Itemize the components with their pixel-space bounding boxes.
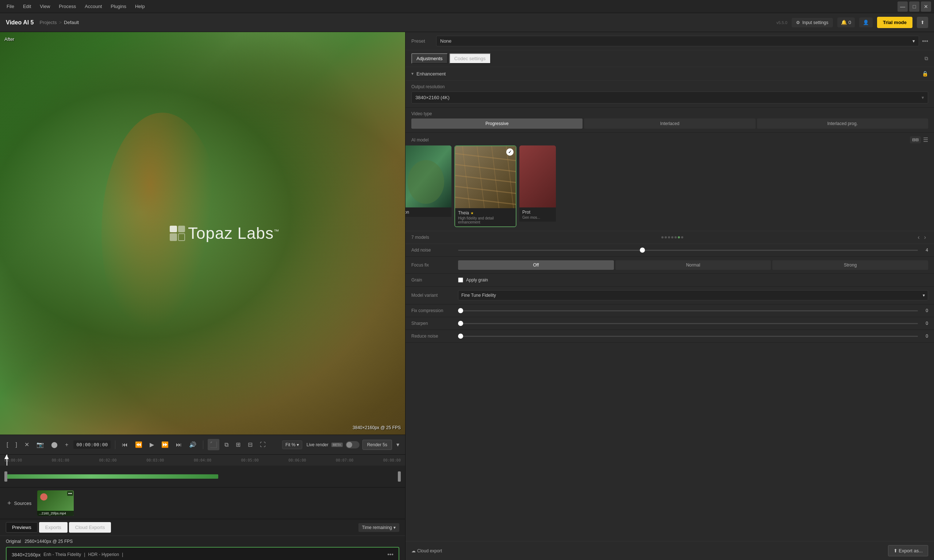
source-thumbnail[interactable]: ...2160_25fps.mp4 ••• <box>37 490 74 516</box>
model-dot-7[interactable] <box>681 236 683 238</box>
apply-grain-checkbox[interactable] <box>458 277 463 283</box>
model-dot-5[interactable] <box>675 236 677 238</box>
menubar-help[interactable]: Help <box>131 2 148 11</box>
step-forward-button[interactable]: ⏩ <box>159 439 171 450</box>
fullscreen-button[interactable]: ⛶ <box>258 439 268 450</box>
tab-exports[interactable]: Exports <box>39 522 68 533</box>
add-noise-slider[interactable] <box>458 250 918 251</box>
model-card-theia[interactable]: ✓ Theia ★ High fidelity and detail enhan… <box>454 145 516 227</box>
video-preview[interactable]: Topaz Labs™ After 3840×2160px @ 25 FPS <box>0 32 405 435</box>
model-dot-6[interactable] <box>678 236 680 238</box>
play-head-button[interactable]: ⬤ <box>49 439 60 450</box>
breadcrumb-projects[interactable]: Projects <box>39 20 57 25</box>
render-button[interactable]: Render 5s <box>363 440 392 450</box>
close-button[interactable]: ✕ <box>921 2 931 12</box>
reduce-noise-slider[interactable] <box>458 336 918 337</box>
tab-cloud-exports[interactable]: Cloud Exports <box>69 522 111 533</box>
timeline-mark-6: 00:06:00 <box>288 458 306 462</box>
model-card-prot[interactable]: Prot Gen mos... <box>519 145 556 227</box>
model-desc-theia: High fidelity and detail enhancement <box>458 216 513 224</box>
fix-compression-slider[interactable] <box>458 310 918 311</box>
ai-model-header: AI model ⊟⊟ ☰ <box>406 133 934 145</box>
add-button[interactable]: + <box>63 439 71 450</box>
remove-button[interactable]: ✕ <box>22 439 31 450</box>
preset-select[interactable]: None ▾ <box>436 36 919 46</box>
model-card-ion[interactable]: ion <box>406 145 451 227</box>
breadcrumb-default: Default <box>64 20 79 25</box>
focus-fix-strong[interactable]: Strong <box>772 260 928 270</box>
step-back-button[interactable]: ⏪ <box>133 439 145 450</box>
maximize-button[interactable]: □ <box>909 2 919 12</box>
export-as-button[interactable]: ⬆ Export as... <box>888 545 928 556</box>
fit-select[interactable]: Fit % ▾ <box>282 440 302 449</box>
menubar-process[interactable]: Process <box>55 2 80 11</box>
model-dot-4[interactable] <box>671 236 673 238</box>
right-panel: Preset None ▾ ••• Adjustments Codec sett… <box>405 32 934 560</box>
tab-previews[interactable]: Previews <box>6 522 38 533</box>
sharpen-slider[interactable] <box>458 323 918 324</box>
model-dot-2[interactable] <box>665 236 667 238</box>
compare-h-button[interactable]: ⊟ <box>245 439 255 450</box>
preview-tag-sep2: | <box>122 552 123 557</box>
sources-area: ...2160_25fps.mp4 ••• <box>37 490 74 516</box>
models-prev-button[interactable]: ‹ <box>915 233 922 242</box>
crop-button[interactable]: ⬛ <box>208 439 219 450</box>
cloud-export-button[interactable]: ☁ Cloud export <box>411 548 442 554</box>
add-source-button[interactable]: + <box>6 498 13 509</box>
copy-settings-button[interactable]: ⧉ <box>925 55 928 62</box>
menubar-file[interactable]: File <box>3 2 18 11</box>
mark-out-button[interactable]: ] <box>13 439 19 450</box>
video-type-interlaced-prog[interactable]: Interlaced prog. <box>757 118 928 129</box>
trial-mode-button[interactable]: Trial mode <box>877 17 912 28</box>
time-remaining-button[interactable]: Time remaining ▾ <box>358 523 399 532</box>
preview-item[interactable]: 3840×2160px Enh - Theia Fidelity | HDR -… <box>6 547 399 560</box>
menubar-plugins[interactable]: Plugins <box>107 2 130 11</box>
tab-adjustments[interactable]: Adjustments <box>411 53 448 64</box>
timeline-ruler[interactable]: 00:00:00 00:01:00 00:02:00 00:03:00 00:0… <box>0 455 405 466</box>
live-render-toggle[interactable] <box>346 441 360 448</box>
focus-fix-off[interactable]: Off <box>458 260 614 270</box>
video-type-interlaced[interactable]: Interlaced <box>584 118 755 129</box>
ai-model-more-button[interactable]: ☰ <box>923 136 928 143</box>
models-next-button[interactable]: › <box>922 233 928 242</box>
menubar-view[interactable]: View <box>36 2 54 11</box>
preset-more-button[interactable]: ••• <box>922 38 928 45</box>
preview-more-button[interactable]: ••• <box>387 551 394 558</box>
focus-fix-normal[interactable]: Normal <box>615 260 771 270</box>
source-options-button[interactable]: ••• <box>67 491 73 496</box>
video-type-progressive[interactable]: Progressive <box>411 118 582 129</box>
minimize-button[interactable]: — <box>897 2 908 12</box>
menubar-edit[interactable]: Edit <box>19 2 35 11</box>
notifications-button[interactable]: 🔔 0 <box>837 17 855 27</box>
user-profile-button[interactable]: 👤 <box>859 17 873 27</box>
model-dot-3[interactable] <box>668 236 670 238</box>
mark-in-button[interactable]: [ <box>5 439 10 450</box>
split-button[interactable]: ⧉ <box>222 439 231 450</box>
timecode-display[interactable]: 00:00:00:00 <box>73 440 111 449</box>
video-type-row: Video type Progressive Interlaced Interl… <box>406 108 934 133</box>
ai-model-view-button[interactable]: ⊟⊟ <box>910 136 921 143</box>
snapshot-button[interactable]: 📷 <box>34 439 46 450</box>
skip-end-button[interactable]: ⏭ <box>174 439 184 450</box>
output-resolution-select[interactable]: 3840×2160 (4K) ▾ <box>411 92 928 103</box>
main-container: Topaz Labs™ After 3840×2160px @ 25 FPS [… <box>0 32 934 560</box>
model-variant-select[interactable]: Fine Tune Fidelity ▾ <box>458 290 928 300</box>
volume-button[interactable]: 🔊 <box>187 439 199 450</box>
compare-button[interactable]: ⊞ <box>233 439 243 450</box>
menubar-account[interactable]: Account <box>81 2 105 11</box>
timeline-clip[interactable] <box>6 474 218 479</box>
enhancement-section-header[interactable]: ▾ Enhancement 🔒 <box>406 67 934 81</box>
skip-start-button[interactable]: ⏮ <box>120 439 130 450</box>
tab-codec-settings[interactable]: Codec settings <box>449 53 491 64</box>
model-dot-1[interactable] <box>661 236 664 238</box>
play-button[interactable]: ▶ <box>147 439 156 450</box>
export-top-button[interactable]: ⬆ <box>917 17 928 28</box>
preset-value: None <box>440 38 451 44</box>
timeline-mark-2: 00:02:00 <box>99 458 116 462</box>
timeline-track[interactable] <box>0 466 405 488</box>
timeline-range-end[interactable] <box>398 471 401 482</box>
timeline-range-start[interactable] <box>5 471 7 482</box>
version-label: v5.5.0 <box>777 20 787 25</box>
controls-expand-button[interactable]: ▾ <box>395 440 401 449</box>
input-settings-button[interactable]: ⚙ Input settings <box>792 18 832 27</box>
